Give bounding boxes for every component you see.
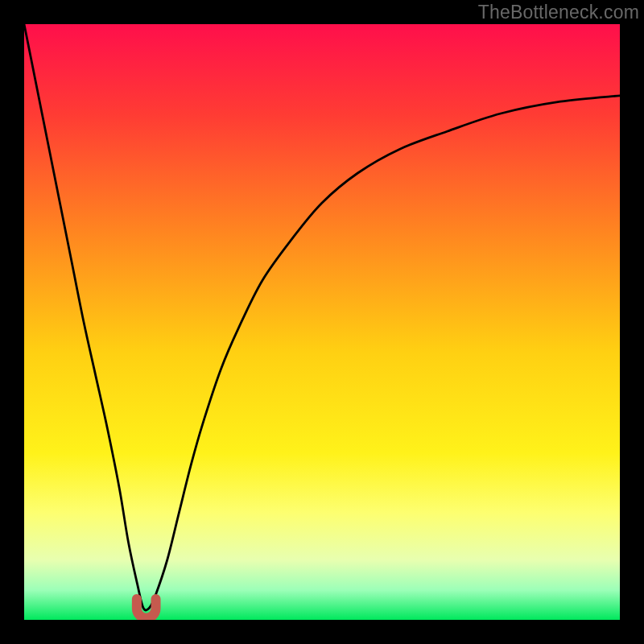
plot-area (24, 24, 620, 620)
watermark-text: TheBottleneck.com (478, 2, 639, 23)
chart-frame: TheBottleneck.com (0, 0, 644, 644)
chart-svg (24, 24, 620, 620)
gradient-background (24, 24, 620, 620)
